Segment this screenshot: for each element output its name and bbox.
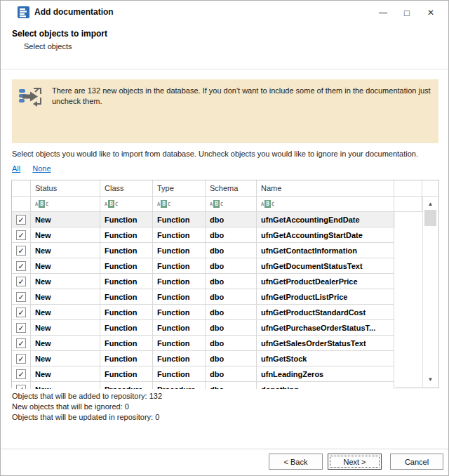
row-checkbox-cell: ✓ <box>12 351 31 366</box>
column-header-name[interactable]: Name <box>257 180 394 197</box>
row-type: Procedure <box>153 382 206 389</box>
row-checkbox-cell: ✓ <box>12 227 31 243</box>
next-button[interactable]: Next > <box>328 454 382 470</box>
row-schema: dbo <box>206 382 257 389</box>
scrollbar-thumb[interactable] <box>424 210 436 226</box>
summary-block: Objects that will be added to repository… <box>12 391 162 423</box>
row-checkbox[interactable]: ✓ <box>16 369 26 379</box>
table-row[interactable]: ✓NewFunctionFunctiondboufnGetStock <box>12 351 395 366</box>
row-checkbox-cell: ✓ <box>12 336 31 351</box>
select-all-link[interactable]: All <box>12 164 20 173</box>
row-checkbox[interactable]: ✓ <box>16 385 26 390</box>
row-schema: dbo <box>206 336 257 351</box>
row-schema: dbo <box>206 366 257 382</box>
row-class: Function <box>100 305 153 320</box>
abc-filter-icon: ABC <box>210 200 223 208</box>
table-row[interactable]: ✓NewFunctionFunctiondboufnGetDocumentSta… <box>12 258 395 274</box>
table-row[interactable]: ✓NewFunctionFunctiondboufnGetAccountingE… <box>12 212 395 227</box>
banner-message: There are 132 new objects in the databas… <box>52 86 436 107</box>
row-checkbox-cell: ✓ <box>12 243 31 258</box>
filter-class[interactable]: ABC <box>100 197 153 212</box>
vertical-scrollbar[interactable]: ▲ ▼ <box>422 197 438 387</box>
row-checkbox[interactable]: ✓ <box>16 323 26 333</box>
maximize-button-icon[interactable]: □ <box>395 5 419 20</box>
row-checkbox[interactable]: ✓ <box>16 230 26 240</box>
row-checkbox-cell: ✓ <box>12 212 31 227</box>
column-header-class[interactable]: Class <box>100 180 153 197</box>
row-status: New <box>31 274 100 289</box>
minimize-button-icon[interactable]: — <box>371 5 395 20</box>
close-button-icon[interactable]: ✕ <box>419 5 443 20</box>
row-type: Function <box>153 243 206 258</box>
table-row[interactable]: ✓NewProcedureProceduredbodonothing <box>12 382 395 389</box>
instruction-text: Select objects you would like to import … <box>12 150 418 158</box>
row-type: Function <box>153 212 206 227</box>
header-checkbox-column[interactable] <box>12 180 31 197</box>
scroll-up-icon[interactable]: ▲ <box>423 201 438 207</box>
add-documentation-dialog: Add documentation — □ ✕ Select objects t… <box>0 0 449 476</box>
header-divider <box>1 69 448 70</box>
summary-added: Objects that will be added to repository… <box>12 391 162 402</box>
row-status: New <box>31 366 100 382</box>
scroll-down-icon[interactable]: ▼ <box>423 376 438 383</box>
table-row[interactable]: ✓NewFunctionFunctiondboufnLeadingZeros <box>12 366 395 382</box>
row-checkbox-cell: ✓ <box>12 320 31 336</box>
table-row[interactable]: ✓NewFunctionFunctiondboufnGetContactInfo… <box>12 243 395 258</box>
table-row[interactable]: ✓NewFunctionFunctiondboufnGetProductStan… <box>12 305 395 320</box>
row-status: New <box>31 227 100 243</box>
row-class: Function <box>100 351 153 366</box>
column-header-status[interactable]: Status <box>31 180 100 197</box>
row-checkbox[interactable]: ✓ <box>16 261 26 271</box>
row-schema: dbo <box>206 305 257 320</box>
row-name: ufnGetProductListPrice <box>257 289 394 305</box>
filter-status[interactable]: ABC <box>31 197 100 212</box>
row-checkbox[interactable]: ✓ <box>16 354 26 364</box>
row-status: New <box>31 289 100 305</box>
column-header-type[interactable]: Type <box>153 180 206 197</box>
table-row[interactable]: ✓NewFunctionFunctiondboufnGetProductDeal… <box>12 274 395 289</box>
row-name: ufnGetProductStandardCost <box>257 305 394 320</box>
row-class: Function <box>100 289 153 305</box>
row-schema: dbo <box>206 289 257 305</box>
row-checkbox[interactable]: ✓ <box>16 308 26 317</box>
table-row[interactable]: ✓NewFunctionFunctiondboufnGetSalesOrderS… <box>12 336 395 351</box>
filter-schema[interactable]: ABC <box>206 197 257 212</box>
column-header-schema[interactable]: Schema <box>206 180 257 197</box>
row-checkbox[interactable]: ✓ <box>16 338 26 348</box>
filter-name[interactable]: ABC <box>257 197 394 212</box>
filter-checkbox-cell <box>12 197 31 212</box>
row-schema: dbo <box>206 212 257 227</box>
row-class: Function <box>100 243 153 258</box>
row-schema: dbo <box>206 258 257 274</box>
table-row[interactable]: ✓NewFunctionFunctiondboufnGetPurchaseOrd… <box>12 320 395 336</box>
row-checkbox-cell: ✓ <box>12 366 31 382</box>
back-button[interactable]: < Back <box>269 454 323 470</box>
table-row[interactable]: ✓NewFunctionFunctiondboufnGetProductList… <box>12 289 395 305</box>
row-name: ufnGetSalesOrderStatusText <box>257 336 394 351</box>
filter-type[interactable]: ABC <box>153 197 206 212</box>
row-checkbox-cell: ✓ <box>12 305 31 320</box>
row-status: New <box>31 258 100 274</box>
row-status: New <box>31 305 100 320</box>
app-logo-icon <box>18 6 29 18</box>
abc-filter-icon: ABC <box>261 200 274 208</box>
row-name: ufnGetContactInformation <box>257 243 394 258</box>
objects-table: Status Class Type Schema Name ABC ABC AB… <box>11 180 439 388</box>
table-row[interactable]: ✓NewFunctionFunctiondboufnGetAccountingS… <box>12 227 395 243</box>
row-class: Function <box>100 258 153 274</box>
cancel-button[interactable]: Cancel <box>390 454 443 470</box>
row-type: Function <box>153 258 206 274</box>
row-schema: dbo <box>206 274 257 289</box>
row-checkbox[interactable]: ✓ <box>16 277 26 286</box>
row-status: New <box>31 351 100 366</box>
row-checkbox[interactable]: ✓ <box>16 292 26 302</box>
row-checkbox[interactable]: ✓ <box>16 246 26 256</box>
row-name: ufnLeadingZeros <box>257 366 394 382</box>
select-none-link[interactable]: None <box>32 164 51 173</box>
row-checkbox[interactable]: ✓ <box>16 215 26 225</box>
row-checkbox-cell: ✓ <box>12 289 31 305</box>
summary-updated: Objects that will be updated in reposito… <box>12 412 162 423</box>
row-type: Function <box>153 305 206 320</box>
row-schema: dbo <box>206 227 257 243</box>
row-class: Function <box>100 366 153 382</box>
